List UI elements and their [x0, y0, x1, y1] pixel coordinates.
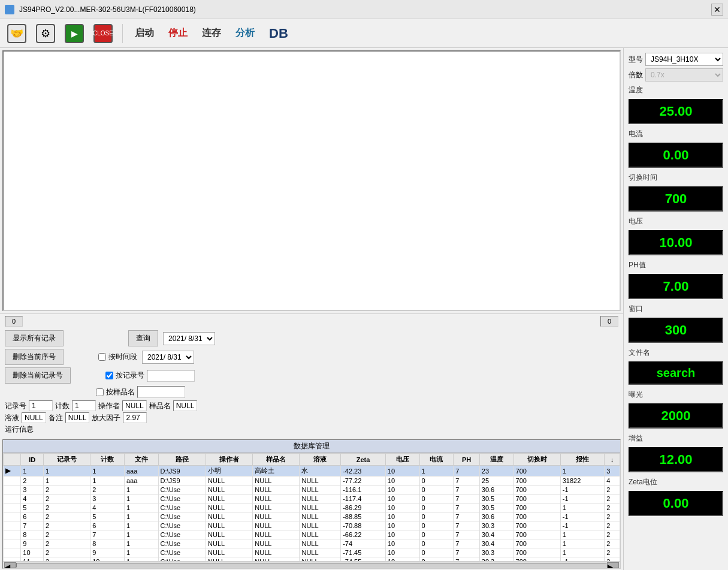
cell-prop: 31822: [560, 476, 605, 485]
scroll-left-btn[interactable]: ◀: [4, 562, 16, 568]
sample-name-input[interactable]: [137, 386, 185, 398]
cell-extra: 2: [605, 494, 620, 503]
status-right: 0: [600, 316, 618, 327]
cell-voltage: 10: [385, 530, 419, 539]
query-button[interactable]: 查询: [128, 330, 158, 346]
red-box-button[interactable]: CLOSE: [91, 22, 115, 46]
row-arrow: ▶: [4, 466, 21, 476]
show-all-button[interactable]: 显示所有记录: [5, 330, 64, 346]
cell-prop: -1: [560, 494, 605, 503]
delete-current-btn[interactable]: 删除当前序号: [5, 349, 64, 365]
remark-value: NULL: [65, 412, 90, 423]
cell-sample: NULL: [253, 503, 300, 512]
table-row[interactable]: ▶ 1 1 1 aaa D:\JS9 小明 高岭土 水 -42.23 10 1 …: [4, 466, 620, 476]
table-row[interactable]: 9 2 8 1 C:\Use NULL NULL NULL -74 10 0 7…: [4, 539, 620, 548]
analyze-button[interactable]: 分析: [231, 25, 259, 42]
table-row[interactable]: 10 2 9 1 C:\Use NULL NULL NULL -71.45 10…: [4, 548, 620, 557]
date2-dropdown[interactable]: 2021/ 8/31: [142, 351, 194, 364]
gain-section-label: 增益: [629, 433, 723, 444]
cell-sample: NULL: [253, 521, 300, 530]
table-row[interactable]: 6 2 5 1 C:\Use NULL NULL NULL -88.85 10 …: [4, 512, 620, 521]
table-row[interactable]: 7 2 6 1 C:\Use NULL NULL NULL -70.88 10 …: [4, 521, 620, 530]
cell-count: 7: [90, 530, 125, 539]
table-row[interactable]: 2 1 1 aaa D:\JS9 NULL NULL NULL -77.22 1…: [4, 476, 620, 485]
cell-zeta: -117.4: [341, 494, 386, 503]
col-temp: 温度: [479, 454, 513, 466]
handshake-button[interactable]: 🤝: [5, 22, 29, 46]
amplify-value: 2.97: [123, 412, 147, 423]
cell-temp: 30.4: [479, 539, 513, 548]
cell-extra: 4: [605, 476, 620, 485]
count-label: 计数: [55, 401, 70, 411]
date1-dropdown[interactable]: 2021/ 8/31: [163, 332, 215, 345]
coeff-label: 倍数: [629, 70, 643, 80]
col-extra: ↓: [605, 454, 620, 466]
stop-button[interactable]: 停止: [164, 25, 192, 42]
record-number-checkbox[interactable]: [105, 372, 113, 379]
gear-button[interactable]: ⚙: [34, 22, 58, 46]
cell-id: 2: [21, 476, 44, 485]
time-period-checkbox[interactable]: [98, 353, 106, 361]
row-arrow: [4, 494, 21, 503]
cell-record: 2: [43, 503, 90, 512]
cell-count: 8: [90, 539, 125, 548]
cell-operator: NULL: [206, 521, 253, 530]
cell-switch: 700: [513, 548, 560, 557]
cell-ph: 7: [454, 503, 480, 512]
count-value: 1: [72, 400, 96, 411]
green-box-button[interactable]: ▶: [62, 22, 86, 46]
table-body: ▶ 1 1 1 aaa D:\JS9 小明 高岭土 水 -42.23 10 1 …: [4, 466, 620, 562]
col-prop: 报性: [560, 454, 605, 466]
record-number-input[interactable]: [147, 370, 195, 382]
db-button[interactable]: DB: [264, 23, 293, 44]
ph-display: 7.00: [629, 274, 723, 299]
cell-operator: NULL: [206, 539, 253, 548]
col-id: ID: [21, 454, 44, 466]
handshake-icon: 🤝: [7, 24, 26, 43]
cell-file: 1: [124, 512, 158, 521]
col-zeta: Zeta: [341, 454, 386, 466]
gain-display: 12.00: [629, 447, 723, 472]
cell-operator: NULL: [206, 548, 253, 557]
cell-current: 0: [419, 503, 454, 512]
operator-value: NULL: [122, 400, 147, 411]
close-button[interactable]: ✕: [711, 4, 723, 16]
connect-button[interactable]: 连存: [197, 25, 226, 42]
cell-voltage: 10: [385, 476, 419, 485]
table-row[interactable]: 3 2 2 1 C:\Use NULL NULL NULL -116.1 10 …: [4, 485, 620, 494]
exposure-display: 2000: [629, 403, 723, 429]
sample-name-checkbox[interactable]: [96, 388, 104, 396]
cell-solution: NULL: [300, 512, 341, 521]
cell-id: 3: [21, 485, 44, 494]
table-row[interactable]: 5 2 4 1 C:\Use NULL NULL NULL -86.29 10 …: [4, 503, 620, 512]
start-button[interactable]: 启动: [130, 25, 159, 42]
table-row[interactable]: 4 2 3 1 C:\Use NULL NULL NULL -117.4 10 …: [4, 494, 620, 503]
exposure-section-label: 曝光: [629, 390, 723, 400]
scroll-track[interactable]: [16, 563, 607, 568]
chart-area: [2, 50, 621, 311]
model-dropdown[interactable]: JS94H_3H10X: [645, 53, 723, 66]
cell-extra: 2: [605, 548, 620, 557]
cell-record: 2: [43, 530, 90, 539]
table-scroll[interactable]: ID 记录号 计数 文件 路径 操作者 样品名 溶液 Zeta 电压 电流 PH: [3, 453, 620, 561]
cell-sample: NULL: [253, 530, 300, 539]
col-solution: 溶液: [300, 454, 341, 466]
title-bar: JS94PRO_V2.00...MER-302-56U3M-L(FF021006…: [0, 0, 728, 19]
controls-area: 显示所有记录 查询 2021/ 8/31 删除当前序号 按时间段 2021/ 8…: [0, 328, 623, 438]
cell-path: C:\Use: [158, 485, 206, 494]
scroll-right-btn[interactable]: ▶: [607, 562, 619, 568]
cell-sample: NULL: [253, 539, 300, 548]
coeff-dropdown[interactable]: 0.7x: [645, 68, 723, 82]
table-horizontal-scrollbar[interactable]: ◀ ▶: [3, 561, 620, 568]
delete-current-record-btn[interactable]: 删除当前记录号: [5, 367, 71, 384]
cell-zeta: -116.1: [341, 485, 386, 494]
cell-operator: NULL: [206, 494, 253, 503]
table-row[interactable]: 8 2 7 1 C:\Use NULL NULL NULL -66.22 10 …: [4, 530, 620, 539]
cell-prop: 1: [560, 548, 605, 557]
cell-sample: 高岭土: [253, 466, 300, 476]
cell-id: 4: [21, 494, 44, 503]
cell-temp: 25: [479, 476, 513, 485]
cell-operator: NULL: [206, 485, 253, 494]
cell-count: 4: [90, 503, 125, 512]
cell-path: C:\Use: [158, 548, 206, 557]
